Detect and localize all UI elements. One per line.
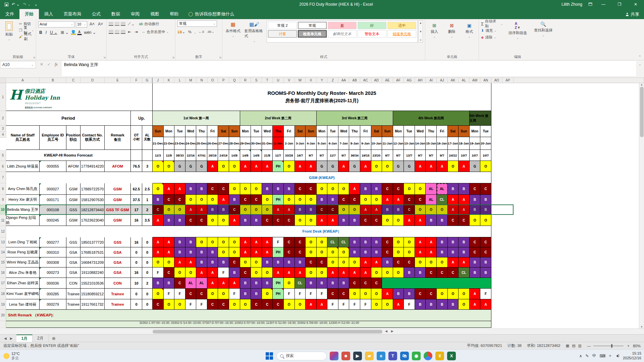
shift-cell[interactable]: G [470,161,481,172]
week-band-2[interactable]: 2nd Week 第二周 [240,111,317,126]
day-name-25-Dec[interactable]: Thu [196,126,207,137]
shift-cell[interactable]: O [240,205,251,215]
row-header-11[interactable]: 11 [0,215,6,226]
shift-cell[interactable]: A [273,267,284,278]
shift-cell[interactable]: B [262,257,273,267]
shift-cell[interactable]: O [218,289,229,299]
shift-cell[interactable]: G [174,161,185,172]
shift-cell[interactable]: O [317,237,328,247]
shift-cell[interactable]: C [174,195,185,205]
logo-cell[interactable]: H假日酒店Holiday Inn洲际酒店集团旗下贵阳机场 GUIYANG AIR… [6,83,153,111]
shift-cell[interactable]: C [229,205,240,215]
staff-al[interactable]: 2.5 [142,183,153,195]
shift-cell[interactable]: A [207,161,218,172]
row-header-17[interactable]: 17 [0,278,6,289]
shift-cell[interactable]: C [295,237,306,247]
shift-cell[interactable]: O [185,267,197,278]
shift-cell[interactable]: B [404,267,415,278]
shift-cell[interactable]: F [174,289,185,299]
row-header-13[interactable]: 13 [0,237,6,247]
shift-cell[interactable]: B [207,247,218,257]
shift-cell[interactable]: B [207,205,218,215]
shift-cell[interactable]: B [174,237,185,247]
shift-cell[interactable]: F [295,289,306,299]
taskbar-app-teams[interactable]: T [388,352,397,360]
staff-name[interactable]: Kimi Yuan 袁宇嵘鸣 [6,289,40,299]
row-header-4[interactable]: 4 [0,132,6,138]
date-5-Jan[interactable]: 5-Jan [317,137,328,150]
row-header-15[interactable]: 15 [0,257,6,267]
shift-cell[interactable]: G [327,161,338,172]
shift-cell[interactable]: C [273,215,284,226]
shift-cell[interactable]: F [306,289,317,299]
shift-cell[interactable]: O [360,289,371,299]
shift-cell[interactable]: O [382,299,393,310]
shift-cell[interactable]: C [470,237,481,247]
cancel-icon[interactable]: ✕ [40,62,43,67]
shift-cell[interactable]: O [306,237,317,247]
shift-cell[interactable]: F [153,267,164,278]
shift-cell[interactable]: B [349,237,360,247]
shift-cell[interactable]: B [295,257,306,267]
staff-contact[interactable]: 15180859212 [80,289,105,299]
shift-cell[interactable]: C [480,247,491,257]
shift-cell[interactable]: B [153,278,164,289]
shift-cell[interactable]: O [338,183,350,195]
shift-cell[interactable]: A [262,161,273,172]
staff-al[interactable]: 0 [142,257,153,267]
staff-name[interactable]: Lilith Zhong 钟晨晨 [6,161,40,172]
insert-function-icon[interactable]: fx [55,62,58,67]
shift-cell[interactable]: A [251,247,262,257]
day-name-26-Dec[interactable]: Fri [207,126,218,137]
header-remark[interactable]: Remark 备注 [105,126,131,150]
shift-cell[interactable]: A [164,237,175,247]
shift-cell[interactable]: A [459,205,470,215]
row-header-12[interactable]: 12 [0,226,6,237]
borders-button[interactable]: ⊞ ⌄ [60,30,69,35]
shift-cell[interactable]: C [360,215,371,226]
staff-name[interactable]: Django Peng 彭琨皓 [6,215,40,226]
staff-al[interactable]: 1 [142,195,153,205]
shift-cell[interactable]: O [262,267,273,278]
shift-cell[interactable]: B [382,257,393,267]
forecast-30-Dec[interactable]: 14/8 [251,150,262,161]
shift-cell[interactable]: A [218,195,229,205]
shift-cell[interactable]: O [480,215,491,226]
staff-position[interactable]: GSM [66,215,80,226]
header-id[interactable]: Employee ID 员工号 [40,126,66,150]
shift-cell[interactable]: O [153,257,164,267]
style-gallery-scroll[interactable]: ▲▼≡ [418,20,423,43]
shift-cell[interactable]: O [382,267,393,278]
staff-position[interactable]: GSS [66,205,80,215]
shift-blank[interactable] [470,278,481,289]
shift-cell[interactable]: C [218,183,229,195]
horizontal-scroll-thumb[interactable] [153,330,382,334]
staff-remark[interactable]: AFOM [105,161,131,172]
ribbon-tab-公式[interactable]: 公式 [87,9,106,19]
shift-cell[interactable]: C [218,299,229,310]
clipboard-dialog-launcher[interactable]: ⇲ [33,56,35,59]
forecast-12-Jan[interactable]: 9/7 [393,150,404,161]
column-header-V[interactable]: V [284,78,295,83]
taskbar-app-wechat[interactable]: ◉ [412,352,421,360]
shift-cell[interactable]: F [317,289,328,299]
decrease-indent-icon[interactable]: ⇤ [127,29,132,34]
header-al[interactable]: AL 天数 [142,126,153,150]
shift-cell[interactable]: B [480,195,491,205]
staff-contact[interactable]: 17685187531 [80,247,105,257]
shift-blank[interactable] [415,278,426,289]
clear-button[interactable]: ◆清除⌄ [481,35,503,40]
shift-cell[interactable]: O [251,267,262,278]
shift-cell[interactable]: A [470,299,481,310]
shift-cell[interactable]: A [327,267,338,278]
ribbon-tab-页面布局[interactable]: 页面布局 [58,9,87,19]
shift-cell[interactable]: C [404,195,415,205]
forecast-27-Dec[interactable]: 24/19 [218,150,229,161]
shift-cell[interactable]: B [393,289,404,299]
shift-cell[interactable]: O [393,215,404,226]
date-18-Jan[interactable]: 18-Jan [459,137,470,150]
shift-blank[interactable] [426,278,437,289]
day-name-16-Jan[interactable]: Fri [437,126,448,137]
shift-cell[interactable]: B [153,195,164,205]
date-9-Jan[interactable]: 9-Jan [360,137,371,150]
